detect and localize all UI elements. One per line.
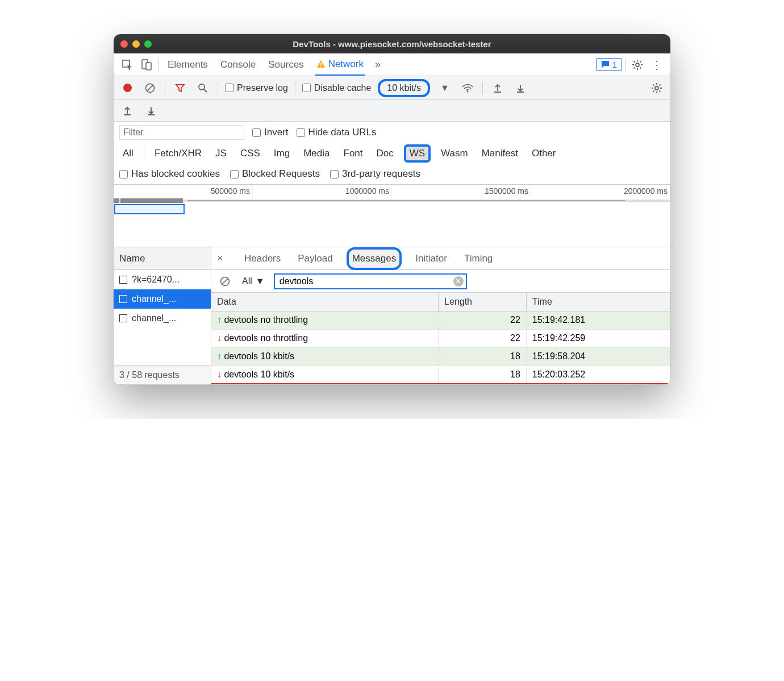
chevron-down-icon: ▼ — [256, 276, 265, 286]
preserve-log-checkbox[interactable]: Preserve log — [225, 83, 288, 93]
message-filter-input[interactable] — [274, 273, 467, 289]
type-filter-js[interactable]: JS — [212, 147, 230, 160]
tab-network[interactable]: Network — [315, 53, 365, 76]
type-filter-media[interactable]: Media — [300, 147, 333, 160]
message-row[interactable]: ↓ devtools 10 kbit/s1815:20:03.252 — [211, 366, 670, 384]
timeline-tick: 1000000 ms — [253, 185, 392, 200]
type-filter-ws[interactable]: WS — [404, 144, 431, 163]
message-row[interactable]: ↑ devtools 10 kbit/s1815:19:58.204 — [211, 347, 670, 366]
messages-col-data[interactable]: Data — [211, 293, 439, 311]
message-data: ↑ devtools 10 kbit/s — [211, 347, 439, 366]
messages-toolbar: All ▼ ✕ — [211, 270, 670, 293]
filter-icon[interactable] — [172, 80, 188, 96]
blocked-requests-checkbox[interactable]: Blocked Requests — [230, 168, 320, 180]
detail-tab-headers[interactable]: Headers — [241, 250, 284, 268]
issues-badge[interactable]: 1 — [596, 58, 622, 71]
divider — [218, 82, 218, 94]
requests-pane: Name ?k=62470...channel_...channel_... 3… — [114, 247, 211, 384]
inspect-element-icon[interactable] — [119, 57, 135, 73]
type-filter-all[interactable]: All — [119, 147, 137, 160]
throttling-dropdown[interactable]: 10 kbit/s — [378, 79, 430, 97]
tab-sources[interactable]: Sources — [267, 53, 305, 76]
hide-data-urls-checkbox[interactable]: Hide data URLs — [297, 127, 377, 138]
third-party-checkbox[interactable]: 3rd-party requests — [330, 168, 420, 180]
divider — [158, 59, 159, 71]
messages-col-length[interactable]: Length — [439, 293, 527, 311]
type-filter-other[interactable]: Other — [528, 147, 560, 160]
message-time: 15:19:42.181 — [526, 311, 670, 329]
type-filter-wasm[interactable]: Wasm — [437, 147, 472, 160]
more-tabs-icon[interactable]: » — [375, 57, 381, 73]
filter-bar: Invert Hide data URLs AllFetch/XHRJSCSSI… — [114, 122, 670, 185]
message-data: ↓ devtools no throttling — [211, 329, 439, 347]
invert-checkbox[interactable]: Invert — [252, 127, 289, 138]
detail-tab-payload[interactable]: Payload — [294, 250, 336, 268]
requests-column-header[interactable]: Name — [114, 247, 211, 270]
messages-col-time[interactable]: Time — [526, 293, 670, 311]
network-conditions-icon[interactable] — [460, 80, 476, 96]
import-har-icon[interactable] — [490, 80, 506, 96]
svg-line-7 — [147, 85, 153, 91]
timeline-selection[interactable] — [114, 204, 185, 214]
clear-filter-icon[interactable]: ✕ — [453, 276, 464, 286]
messages-table: DataLengthTime ↑ devtools no throttling2… — [211, 293, 670, 384]
message-time: 15:19:58.204 — [526, 347, 670, 366]
tab-console[interactable]: Console — [219, 53, 257, 76]
disable-cache-checkbox[interactable]: Disable cache — [302, 83, 372, 93]
type-filter-font[interactable]: Font — [340, 147, 366, 160]
export-har-icon[interactable] — [512, 80, 528, 96]
message-time: 15:19:42.259 — [526, 329, 670, 347]
timeline-tick: 500000 ms — [114, 185, 253, 200]
timeline-overview[interactable]: 500000 ms1000000 ms1500000 ms2000000 ms — [114, 185, 670, 247]
arrow-down-icon: ↓ — [217, 333, 222, 343]
issues-count: 1 — [612, 60, 617, 69]
type-filter-css[interactable]: CSS — [237, 147, 264, 160]
tab-network-label: Network — [328, 59, 364, 70]
has-blocked-cookies-checkbox[interactable]: Has blocked cookies — [119, 168, 220, 180]
clear-messages-icon[interactable] — [217, 273, 233, 289]
type-filter-fetchxhr[interactable]: Fetch/XHR — [151, 147, 205, 160]
filter-input[interactable] — [119, 125, 244, 140]
har-toolbar — [114, 100, 670, 122]
clear-icon[interactable] — [142, 80, 158, 96]
detail-tabs: × HeadersPayloadMessagesInitiatorTiming — [211, 247, 670, 270]
message-time: 15:20:03.252 — [526, 366, 670, 384]
type-filter-doc[interactable]: Doc — [373, 147, 397, 160]
chat-icon — [601, 60, 610, 69]
detail-pane: × HeadersPayloadMessagesInitiatorTiming … — [211, 247, 670, 384]
tab-elements[interactable]: Elements — [166, 53, 209, 76]
kebab-menu-icon[interactable]: ⋮ — [649, 57, 665, 73]
requests-split: Name ?k=62470...channel_...channel_... 3… — [114, 247, 670, 385]
divider — [482, 82, 483, 94]
request-row[interactable]: channel_... — [114, 289, 211, 309]
record-button[interactable] — [119, 80, 135, 96]
device-toolbar-icon[interactable] — [139, 57, 155, 73]
type-filter-img[interactable]: Img — [270, 147, 293, 160]
throttling-chevron-icon[interactable]: ▼ — [437, 80, 453, 96]
message-data: ↑ devtools no throttling — [211, 311, 439, 329]
requests-status: 3 / 58 requests — [114, 365, 211, 384]
message-row[interactable]: ↓ devtools no throttling2215:19:42.259 — [211, 329, 670, 347]
settings-icon[interactable] — [629, 57, 645, 73]
network-toolbar: Preserve log Disable cache 10 kbit/s ▼ — [114, 76, 670, 100]
detail-tab-messages[interactable]: Messages — [347, 247, 402, 270]
request-name: channel_... — [132, 294, 176, 304]
window-title: DevTools - www.piesocket.com/websocket-t… — [114, 39, 670, 49]
main-toolbar: Elements Console Sources Network » 1 ⋮ — [114, 53, 670, 76]
request-name: ?k=62470... — [132, 275, 180, 285]
type-filter-manifest[interactable]: Manifest — [478, 147, 522, 160]
request-row[interactable]: channel_... — [114, 309, 211, 328]
search-icon[interactable] — [195, 80, 211, 96]
message-type-dropdown[interactable]: All ▼ — [239, 276, 268, 286]
close-detail-icon[interactable]: × — [217, 252, 231, 264]
svg-rect-4 — [320, 66, 322, 67]
detail-tab-timing[interactable]: Timing — [461, 250, 496, 268]
message-row[interactable]: ↑ devtools no throttling2215:19:42.181 — [211, 311, 670, 329]
upload-icon[interactable] — [119, 103, 135, 119]
download-icon[interactable] — [143, 103, 159, 119]
main-tabs: Elements Console Sources Network » — [166, 53, 381, 76]
request-row[interactable]: ?k=62470... — [114, 270, 211, 289]
svg-point-5 — [636, 63, 639, 67]
detail-tab-initiator[interactable]: Initiator — [412, 250, 451, 268]
network-settings-icon[interactable] — [649, 80, 665, 96]
